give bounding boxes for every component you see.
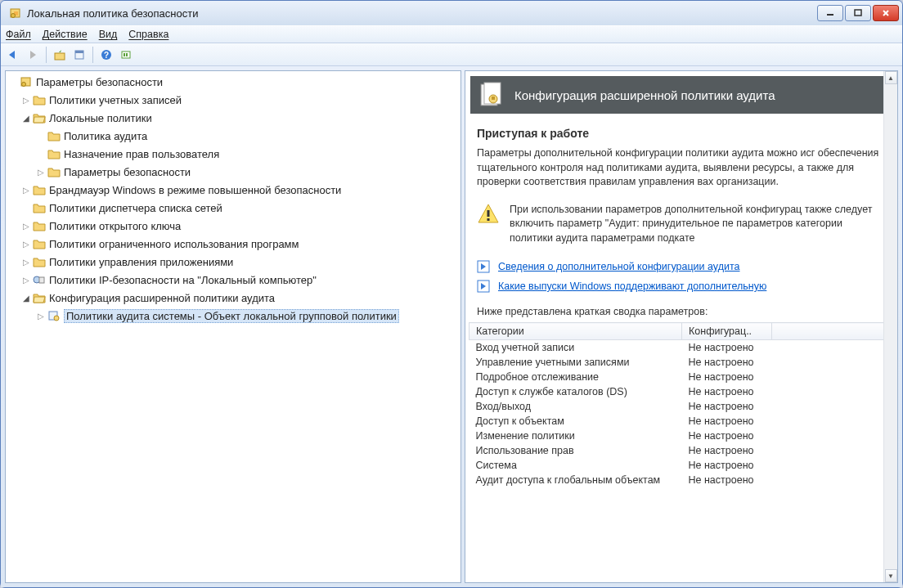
scroll-down-button[interactable]: ▼	[885, 569, 897, 582]
tree: Параметры безопасности ▷ Политики учетны…	[6, 71, 460, 326]
table-row[interactable]: Подробное отслеживаниеНе настроено	[469, 370, 894, 384]
tree-public-key[interactable]: ▷ Политики открытого ключа	[6, 217, 460, 235]
summary-table: Категории Конфигурац.. Вход учетной запи…	[469, 322, 894, 487]
svg-rect-24	[492, 97, 495, 100]
tree-advanced-audit[interactable]: ◢ Конфигурация расширенной политики ауди…	[6, 289, 460, 307]
titlebar[interactable]: Локальная политика безопасности	[1, 1, 902, 25]
table-row[interactable]: Доступ к службе каталогов (DS)Не настрое…	[469, 384, 894, 399]
cell-category: Вход учетной записи	[469, 340, 682, 356]
cell-config: Не настроено	[682, 429, 772, 443]
tree-panel: Параметры безопасности ▷ Политики учетны…	[5, 70, 461, 583]
cell-category: Подробное отслеживание	[469, 370, 682, 384]
tree-ipsec[interactable]: ▷ Политики IP-безопасности на "Локальный…	[6, 271, 460, 289]
arrow-icon	[477, 260, 490, 273]
export-button[interactable]	[117, 46, 135, 64]
expand-icon[interactable]: ▷	[20, 186, 32, 195]
cell-category: Аудит доступа к глобальным объектам	[469, 473, 682, 487]
back-button[interactable]	[4, 46, 22, 64]
arrow-icon	[477, 280, 490, 293]
svg-rect-25	[487, 210, 490, 217]
security-icon	[19, 75, 33, 88]
tree-software-restriction[interactable]: ▷ Политики ограниченного использования п…	[6, 235, 460, 253]
cell-config: Не настроено	[682, 443, 772, 458]
details-panel: Конфигурация расширенной политики аудита…	[465, 70, 898, 583]
tree-network-list[interactable]: Политики диспетчера списка сетей	[6, 199, 460, 217]
tree-security-options[interactable]: ▷ Параметры безопасности	[6, 163, 460, 181]
menu-action[interactable]: Действие	[43, 29, 88, 40]
forward-button[interactable]	[24, 46, 42, 64]
up-folder-button[interactable]	[51, 46, 69, 64]
warning-block: При использовании параметров дополнитель…	[465, 198, 897, 258]
folder-icon	[32, 219, 46, 232]
properties-button[interactable]	[70, 46, 88, 64]
col-spacer	[772, 323, 894, 340]
tree-label: Политики открытого ключа	[49, 220, 181, 232]
tree-label: Политика аудита	[64, 130, 147, 142]
content-area: Параметры безопасности ▷ Политики учетны…	[1, 66, 902, 587]
tree-audit-policy[interactable]: Политика аудита	[6, 127, 460, 145]
tree-label: Политики ограниченного использования про…	[49, 238, 299, 250]
policy-icon	[478, 81, 506, 109]
tree-root[interactable]: Параметры безопасности	[6, 73, 460, 91]
cell-config: Не настроено	[682, 399, 772, 414]
table-row[interactable]: Изменение политикиНе настроено	[469, 429, 894, 443]
collapse-icon[interactable]: ◢	[20, 114, 32, 123]
maximize-button[interactable]	[845, 5, 871, 21]
tree-app-control[interactable]: ▷ Политики управления приложениями	[6, 253, 460, 271]
svg-rect-13	[124, 53, 125, 56]
cell-config: Не настроено	[682, 473, 772, 487]
link-audit-details[interactable]: Сведения о дополнительной конфигурации а…	[498, 261, 739, 272]
summary-label: Ниже представлена краткая сводка парамет…	[465, 296, 897, 322]
table-row[interactable]: Вход учетной записиНе настроено	[469, 340, 894, 356]
table-row[interactable]: Аудит доступа к глобальным объектамНе на…	[469, 473, 894, 487]
minimize-button[interactable]	[817, 5, 843, 21]
tree-system-audit-policies[interactable]: ▷ Политики аудита системы - Объект локал…	[6, 307, 460, 325]
svg-rect-26	[487, 218, 490, 221]
tree-label: Параметры безопасности	[64, 166, 191, 178]
menu-view[interactable]: Вид	[99, 29, 118, 40]
app-icon	[9, 7, 22, 20]
scroll-up-button[interactable]: ▲	[885, 71, 897, 84]
tree-label: Политики управления приложениями	[49, 256, 233, 268]
expand-icon[interactable]: ▷	[20, 276, 32, 285]
collapse-icon[interactable]: ◢	[20, 294, 32, 303]
close-button[interactable]	[873, 5, 899, 21]
cell-category: Доступ к службе каталогов (DS)	[469, 384, 682, 399]
table-row[interactable]: Использование правНе настроено	[469, 443, 894, 458]
cell-category: Использование прав	[469, 443, 682, 458]
table-row[interactable]: Управление учетными записямиНе настроено	[469, 355, 894, 370]
tree-label: Политики диспетчера списка сетей	[49, 202, 222, 214]
link-windows-editions[interactable]: Какие выпуски Windows поддерживают допол…	[498, 281, 766, 292]
table-row[interactable]: СистемаНе настроено	[469, 458, 894, 473]
table-row[interactable]: Доступ к объектамНе настроено	[469, 414, 894, 429]
tree-user-rights[interactable]: Назначение прав пользователя	[6, 145, 460, 163]
vertical-scrollbar[interactable]: ▲ ▼	[883, 71, 897, 582]
details-title: Конфигурация расширенной политики аудита	[514, 88, 775, 102]
col-config[interactable]: Конфигурац..	[682, 323, 772, 340]
expand-icon[interactable]: ▷	[20, 222, 32, 231]
svg-rect-18	[39, 277, 44, 283]
cell-config: Не настроено	[682, 458, 772, 473]
tree-firewall[interactable]: ▷ Брандмауэр Windows в режиме повышенной…	[6, 181, 460, 199]
expand-icon[interactable]: ▷	[20, 258, 32, 267]
expand-icon[interactable]: ▷	[35, 168, 47, 177]
tree-local-policies[interactable]: ◢ Локальные политики	[6, 109, 460, 127]
menu-help[interactable]: Справка	[128, 29, 168, 40]
expand-icon[interactable]: ▷	[20, 96, 32, 105]
tree-label: Политики аудита системы - Объект локальн…	[64, 309, 399, 323]
menu-file[interactable]: Файл	[6, 29, 31, 40]
expand-icon[interactable]: ▷	[35, 312, 47, 321]
link-row-2: Какие выпуски Windows поддерживают допол…	[465, 276, 897, 296]
cell-config: Не настроено	[682, 370, 772, 384]
col-categories[interactable]: Категории	[469, 323, 682, 340]
folder-icon	[32, 93, 46, 106]
help-button[interactable]: ?	[97, 46, 115, 64]
svg-point-2	[11, 14, 16, 18]
expand-icon[interactable]: ▷	[20, 240, 32, 249]
cell-category: Вход/выход	[469, 399, 682, 414]
window-title: Локальная политика безопасности	[27, 7, 817, 20]
table-row[interactable]: Вход/выходНе настроено	[469, 399, 894, 414]
svg-rect-9	[75, 51, 83, 53]
cell-category: Система	[469, 458, 682, 473]
tree-account-policies[interactable]: ▷ Политики учетных записей	[6, 91, 460, 109]
